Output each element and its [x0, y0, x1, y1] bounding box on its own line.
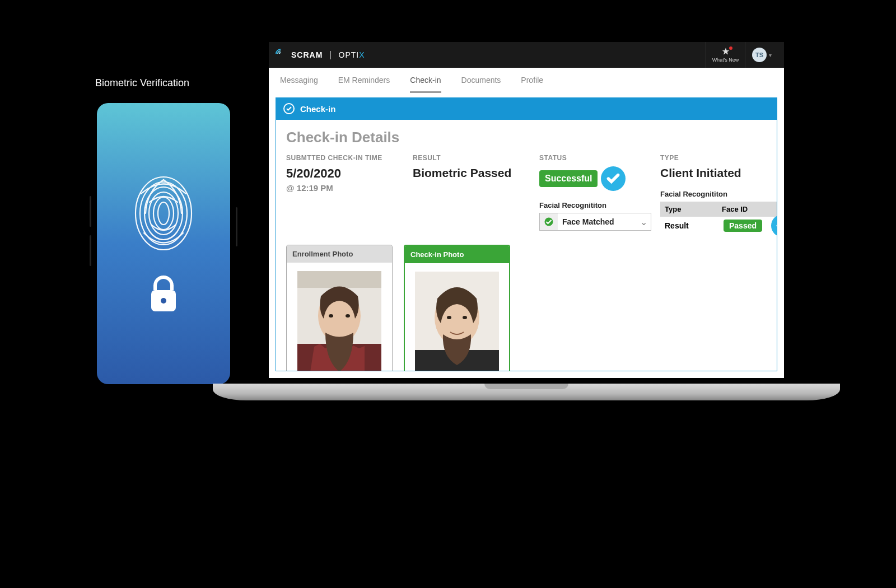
enrollment-photo: [287, 263, 392, 371]
tab-profile[interactable]: Profile: [521, 76, 543, 93]
submitted-label: SUBMTTED CHECK-IN TIME: [286, 154, 404, 162]
svg-point-14: [346, 314, 350, 318]
status-block: STATUS Successful Facial Recognititon: [539, 154, 651, 235]
type-label: TYPE: [660, 154, 777, 162]
checkmark-circle-icon: [283, 103, 295, 114]
app-window: SCRAM | OPTIX What's New TS: [269, 42, 784, 378]
brand-separator: |: [329, 50, 332, 60]
table-header-row: Type Face ID: [660, 202, 777, 217]
panel-title: Check-in: [300, 104, 335, 114]
user-menu[interactable]: TS ▾: [745, 42, 778, 68]
check-in-details-panel: Check-in Details SUBMTTED CHECK-IN TIME …: [276, 120, 777, 371]
enrollment-photo-card: Enrollment Photo: [286, 245, 393, 371]
tab-check-in[interactable]: Check-in: [410, 76, 441, 93]
logo-arc-icon: [274, 48, 287, 62]
chevron-down-icon: ⌄: [636, 217, 651, 227]
tab-documents[interactable]: Documents: [461, 76, 501, 93]
lock-icon: [147, 274, 180, 316]
fingerprint-icon: [130, 171, 197, 258]
face-match-select[interactable]: Face Matched ⌄: [539, 213, 651, 231]
checkin-photo-label: Check-in Photo: [405, 246, 509, 263]
product-name: OPTIX: [339, 50, 365, 59]
table-row: Result Passed: [660, 217, 777, 235]
tab-em-reminders[interactable]: EM Reminders: [338, 76, 390, 93]
result-value: Biometric Passed: [413, 166, 530, 180]
submitted-time-block: SUBMTTED CHECK-IN TIME 5/20/2020 @ 12:19…: [286, 154, 404, 235]
enrollment-photo-label: Enrollment Photo: [287, 245, 392, 263]
phone-title: Biometric Verification: [95, 77, 189, 89]
topbar: SCRAM | OPTIX What's New TS: [269, 42, 784, 68]
table-header-faceid: Face ID: [722, 205, 777, 213]
checkin-photo: [405, 263, 509, 371]
face-match-value: Face Matched: [558, 217, 636, 226]
result-label: RESULT: [413, 154, 530, 162]
type-block: TYPE Client Initiated Facial Recognitito…: [660, 154, 777, 235]
type-value: Client Initiated: [660, 166, 777, 180]
panel-header: Check-in: [276, 97, 777, 120]
laptop-mock: SCRAM | OPTIX What's New TS: [258, 25, 795, 406]
table-header-type: Type: [665, 205, 722, 213]
svg-point-5: [158, 202, 169, 225]
svg-rect-10: [297, 271, 381, 288]
facial-recognition-label-2: Facial Recognititon: [660, 190, 777, 198]
checkin-photo-card: Check-in Photo: [404, 245, 510, 371]
whats-new-button[interactable]: What's New: [706, 42, 745, 68]
status-label: STATUS: [539, 154, 651, 162]
chevron-down-icon: ▾: [769, 52, 772, 58]
notification-dot-icon: [729, 46, 732, 50]
tab-messaging[interactable]: Messaging: [280, 76, 318, 93]
recog-result-badge: Passed: [724, 220, 762, 232]
phone-mock: [91, 95, 236, 392]
phone-screen: [97, 103, 230, 384]
status-check-icon: [601, 166, 626, 191]
recog-result-label: Result: [665, 221, 720, 230]
result-block: RESULT Biometric Passed: [413, 154, 530, 235]
avatar: TS: [752, 48, 767, 62]
svg-point-18: [447, 316, 451, 319]
brand-logo: SCRAM | OPTIX: [274, 48, 365, 62]
facial-recognition-label-1: Facial Recognititon: [539, 201, 651, 209]
status-badge: Successful: [539, 170, 598, 187]
svg-point-13: [329, 314, 333, 318]
svg-point-7: [161, 298, 166, 304]
submitted-date: 5/20/2020: [286, 166, 404, 181]
result-check-icon: [771, 214, 777, 237]
details-heading: Check-in Details: [286, 129, 767, 146]
submitted-time: @ 12:19 PM: [286, 183, 404, 193]
laptop-base: [213, 384, 840, 400]
check-circle-icon: [540, 213, 558, 230]
recognition-table: Type Face ID Result Passed: [660, 202, 777, 235]
svg-point-19: [463, 316, 467, 319]
tab-bar: Messaging EM Reminders Check-in Document…: [269, 68, 784, 93]
brand-name: SCRAM: [291, 50, 323, 59]
whats-new-label: What's New: [712, 57, 739, 63]
